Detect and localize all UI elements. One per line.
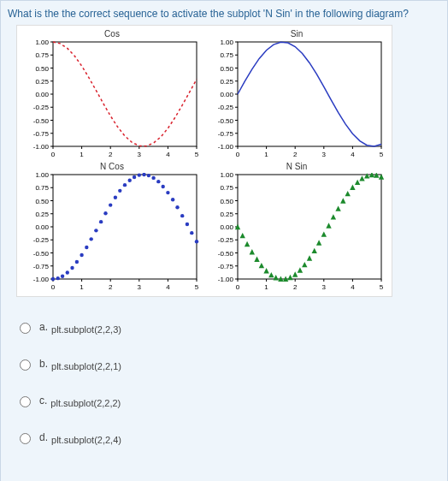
svg-text:0.00: 0.00 <box>35 223 49 231</box>
svg-point-113 <box>147 174 150 177</box>
svg-rect-0 <box>53 42 197 146</box>
svg-text:2: 2 <box>293 283 298 291</box>
svg-point-115 <box>156 180 160 183</box>
plot-sin: -1.00-0.75-0.50-0.250.000.250.500.751.00… <box>207 40 386 160</box>
svg-marker-174 <box>326 223 331 228</box>
svg-marker-180 <box>355 180 360 185</box>
subplot-ncos: N Cos -1.00-0.75-0.50-0.250.000.250.500.… <box>21 162 203 293</box>
svg-marker-173 <box>321 231 327 236</box>
svg-point-107 <box>118 189 121 193</box>
svg-marker-177 <box>340 198 345 203</box>
svg-text:-0.50: -0.50 <box>218 250 234 258</box>
svg-text:5: 5 <box>195 151 199 158</box>
svg-text:3: 3 <box>322 283 327 291</box>
svg-text:0.75: 0.75 <box>35 51 49 59</box>
svg-text:2: 2 <box>293 151 298 158</box>
svg-text:-0.75: -0.75 <box>33 130 50 138</box>
svg-point-99 <box>80 253 83 257</box>
svg-marker-161 <box>263 268 268 273</box>
svg-text:2: 2 <box>109 151 113 158</box>
svg-text:4: 4 <box>351 151 355 158</box>
svg-text:0.75: 0.75 <box>220 51 233 59</box>
svg-point-109 <box>128 179 132 182</box>
svg-text:0.50: 0.50 <box>35 65 49 73</box>
svg-marker-184 <box>374 173 379 178</box>
option-text: plt.subplot(2,2,3) <box>51 324 121 335</box>
svg-point-102 <box>94 229 97 232</box>
svg-point-121 <box>186 223 189 226</box>
svg-text:0.00: 0.00 <box>220 91 233 98</box>
option-a[interactable]: a. plt.subplot(2,2,3) <box>20 321 440 334</box>
svg-point-96 <box>66 270 69 274</box>
option-b[interactable]: b. plt.subplot(2,2,1) <box>20 358 440 371</box>
svg-marker-182 <box>364 173 369 178</box>
svg-rect-62 <box>53 175 197 279</box>
svg-marker-171 <box>312 248 317 253</box>
svg-marker-179 <box>350 185 355 190</box>
svg-text:0.25: 0.25 <box>220 211 233 218</box>
svg-marker-170 <box>307 255 312 260</box>
svg-point-95 <box>61 275 64 278</box>
option-c[interactable]: c. plt.subplot(2,2,2) <box>20 395 440 407</box>
option-letter: b. <box>39 358 48 370</box>
svg-text:3: 3 <box>138 283 142 291</box>
radio-d[interactable] <box>20 433 31 444</box>
svg-text:0: 0 <box>51 283 56 291</box>
radio-c[interactable] <box>20 396 31 407</box>
svg-text:-0.50: -0.50 <box>33 117 50 125</box>
svg-text:4: 4 <box>166 151 170 158</box>
radio-b[interactable] <box>20 359 31 371</box>
svg-marker-168 <box>298 267 303 272</box>
radio-a[interactable] <box>20 323 31 334</box>
svg-text:-1.00: -1.00 <box>33 143 50 151</box>
subplot-nsin: N Sin -1.00-0.75-0.50-0.250.000.250.500.… <box>205 162 388 293</box>
svg-text:0.75: 0.75 <box>220 184 233 192</box>
svg-point-94 <box>56 276 60 280</box>
svg-point-98 <box>75 260 79 264</box>
svg-point-106 <box>114 196 117 199</box>
svg-marker-178 <box>345 191 350 196</box>
subplot-sin: Sin -1.00-0.75-0.50-0.250.000.250.500.75… <box>205 29 388 160</box>
svg-text:0: 0 <box>51 151 56 158</box>
svg-text:4: 4 <box>351 283 355 291</box>
svg-text:0.50: 0.50 <box>35 198 49 205</box>
svg-point-103 <box>99 220 103 223</box>
svg-rect-124 <box>238 175 381 279</box>
svg-point-117 <box>166 191 169 194</box>
svg-text:0.50: 0.50 <box>220 65 233 73</box>
svg-text:-0.50: -0.50 <box>218 117 234 125</box>
svg-marker-169 <box>302 262 307 267</box>
svg-text:0: 0 <box>236 283 240 291</box>
svg-text:5: 5 <box>195 283 199 291</box>
option-text: plt.subplot(2,2,4) <box>51 435 121 445</box>
svg-text:1.00: 1.00 <box>220 173 233 179</box>
plot-ncos: -1.00-0.75-0.50-0.250.000.250.500.751.00… <box>22 173 202 293</box>
plot-nsin: -1.00-0.75-0.50-0.250.000.250.500.751.00… <box>207 173 386 293</box>
svg-point-108 <box>123 183 127 187</box>
svg-text:1: 1 <box>80 151 84 158</box>
svg-marker-160 <box>259 263 264 268</box>
svg-text:1: 1 <box>264 151 268 158</box>
svg-text:-1.00: -1.00 <box>218 276 234 283</box>
svg-text:-0.75: -0.75 <box>33 263 50 270</box>
svg-text:4: 4 <box>166 283 170 291</box>
svg-text:0.25: 0.25 <box>35 211 49 218</box>
option-text: plt.subplot(2,2,2) <box>50 398 121 408</box>
svg-marker-166 <box>287 275 292 280</box>
svg-point-120 <box>180 214 184 217</box>
svg-text:2: 2 <box>109 283 113 291</box>
quiz-card: What is the the correct sequence to acti… <box>0 0 448 481</box>
svg-text:1.00: 1.00 <box>35 40 49 46</box>
svg-marker-181 <box>359 175 364 181</box>
figure-panel: Cos -1.00-0.75-0.50-0.250.000.250.500.75… <box>16 25 392 297</box>
option-letter: d. <box>39 431 48 443</box>
option-letter: a. <box>39 321 48 333</box>
option-d[interactable]: d. plt.subplot(2,2,4) <box>20 431 440 444</box>
subplot-grid: Cos -1.00-0.75-0.50-0.250.000.250.500.75… <box>21 29 388 293</box>
svg-text:-0.50: -0.50 <box>33 250 50 258</box>
svg-text:0.25: 0.25 <box>220 78 233 86</box>
svg-text:-0.75: -0.75 <box>218 130 234 138</box>
svg-text:0.00: 0.00 <box>220 223 233 231</box>
svg-point-105 <box>109 203 112 206</box>
svg-text:5: 5 <box>380 283 384 291</box>
